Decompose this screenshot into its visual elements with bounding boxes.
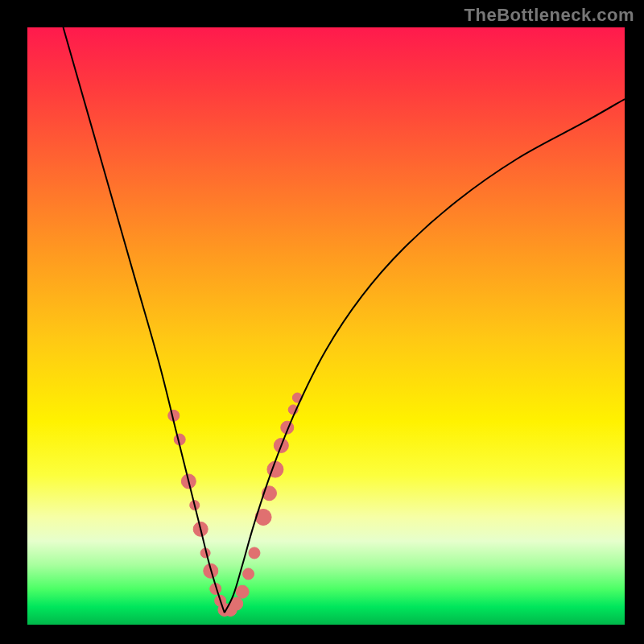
markers-group xyxy=(168,393,303,616)
watermark-text: TheBottleneck.com xyxy=(464,5,634,26)
chart-svg xyxy=(27,27,625,625)
data-point-marker xyxy=(236,585,249,598)
plot-area xyxy=(27,27,625,625)
curve-left-branch xyxy=(64,27,225,613)
chart-frame: TheBottleneck.com xyxy=(0,0,644,644)
data-point-marker xyxy=(249,547,260,559)
curve-right-branch xyxy=(225,99,625,613)
data-point-marker xyxy=(243,568,254,580)
